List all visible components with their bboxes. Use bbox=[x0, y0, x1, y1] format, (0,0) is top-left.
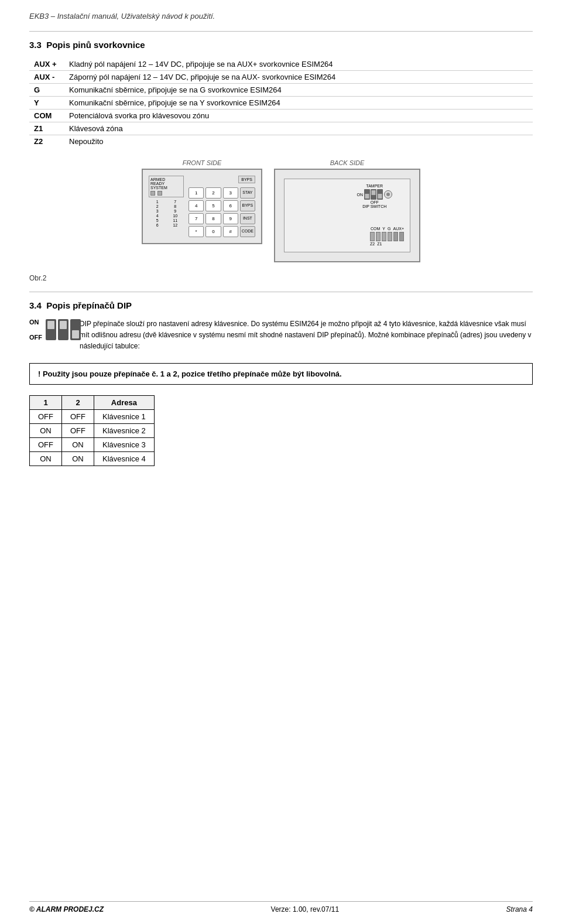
pin-desc: Komunikační sběrnice, připojuje se na Y … bbox=[64, 97, 533, 109]
back-panel: TAMPER ON bbox=[274, 169, 420, 262]
key-button[interactable]: 8 bbox=[205, 213, 221, 224]
number-cell: 3 bbox=[149, 209, 166, 213]
number-cell: 5 bbox=[149, 218, 166, 223]
pin-table-row: AUX +Kladný pól napájení 12 – 14V DC, př… bbox=[29, 58, 533, 71]
addr-cell: Klávesnice 3 bbox=[94, 437, 155, 451]
led-b bbox=[157, 191, 162, 196]
pin-table-row: YKomunikační sběrnice, připojuje se na Y… bbox=[29, 97, 533, 109]
key-button[interactable]: CODE bbox=[240, 226, 255, 237]
pin-desc: Kladný pól napájení 12 – 14V DC, připoju… bbox=[64, 58, 533, 71]
addr-cell: Klávesnice 4 bbox=[94, 451, 155, 466]
key-button[interactable]: * bbox=[189, 226, 204, 237]
dip-switches bbox=[46, 319, 81, 340]
pin-label: AUX - bbox=[29, 71, 64, 84]
notice-box: ! Použity jsou pouze přepínače č. 1 a 2,… bbox=[29, 363, 533, 385]
footer-center: Verze: 1.00, rev.07/11 bbox=[271, 905, 340, 913]
addr-cell: OFF bbox=[62, 423, 94, 437]
pin-label: Z1 bbox=[29, 122, 64, 135]
number-cell: 10 bbox=[167, 214, 184, 218]
dip-toggle-2 bbox=[60, 321, 67, 329]
num-grid: 123STAY456BYPS789INST*0#CODE bbox=[189, 187, 255, 237]
pin-table: AUX +Kladný pól napájení 12 – 14V DC, př… bbox=[29, 58, 533, 148]
key-button[interactable]: # bbox=[223, 226, 238, 237]
pin-z1 bbox=[399, 232, 404, 241]
connector-labels: COM Y G AUX+ bbox=[370, 227, 404, 231]
addr-cell: Klávesnice 1 bbox=[94, 409, 155, 423]
dip-switch-label: DIP SWITCH bbox=[357, 204, 392, 208]
addr-table-row: OFFONKlávesnice 3 bbox=[30, 437, 155, 451]
key-button[interactable]: STAY bbox=[240, 187, 255, 199]
number-cell: 6 bbox=[149, 223, 166, 227]
armed-area: ARMED READY SYSTEM bbox=[149, 176, 184, 197]
tamper-dot bbox=[384, 190, 392, 199]
dip-label-col: ON OFF bbox=[29, 319, 42, 341]
number-grid: 172839410511612 bbox=[149, 200, 184, 227]
dip-switch-2 bbox=[58, 319, 68, 340]
number-cell: 8 bbox=[167, 204, 184, 208]
off-label: OFF bbox=[29, 334, 42, 341]
back-label: BACK SIDE bbox=[274, 159, 420, 166]
obr-label: Obr.2 bbox=[29, 274, 533, 282]
key-button[interactable]: 0 bbox=[205, 226, 221, 237]
section-divider bbox=[29, 292, 533, 292]
on-label-back: ON bbox=[357, 193, 363, 197]
addr-col-header: Adresa bbox=[94, 395, 155, 409]
ready-label: READY bbox=[150, 182, 182, 186]
system-label: SYSTEM bbox=[150, 186, 182, 190]
key-button[interactable]: 5 bbox=[205, 200, 221, 211]
on-label: ON bbox=[29, 319, 42, 326]
off-label-back: OFF bbox=[357, 200, 392, 204]
pin-desc: Komunikační sběrnice, připojuje se na G … bbox=[64, 84, 533, 97]
number-cell: 2 bbox=[149, 204, 166, 208]
keypad-right-panel: BYPS 123STAY456BYPS789INST*0#CODE bbox=[189, 176, 255, 237]
dip-toggle-3 bbox=[72, 330, 79, 338]
tamper-area: TAMPER ON bbox=[357, 184, 392, 208]
pin-label: AUX + bbox=[29, 58, 64, 71]
keypad-inner: ARMED READY SYSTEM 172839410511612 BYPS bbox=[149, 176, 255, 237]
pin-label: Z2 bbox=[29, 135, 64, 148]
addr-cell: ON bbox=[62, 437, 94, 451]
dip-switch-1 bbox=[46, 319, 56, 340]
footer: © ALARM PRODEJ.CZ Verze: 1.00, rev.07/11… bbox=[29, 901, 533, 913]
pin-table-row: COMPotenciálová svorka pro klávesovou zó… bbox=[29, 109, 533, 122]
keypad-outer: ARMED READY SYSTEM 172839410511612 BYPS bbox=[142, 169, 262, 244]
key-button[interactable]: 4 bbox=[189, 200, 204, 211]
footer-left: © ALARM PRODEJ.CZ bbox=[29, 905, 104, 913]
notice-text: ! Použity jsou pouze přepínače č. 1 a 2,… bbox=[38, 369, 342, 378]
key-button[interactable]: 7 bbox=[189, 213, 204, 224]
section33-heading: Popis pinů svorkovnice bbox=[46, 40, 145, 50]
header-divider bbox=[29, 31, 533, 32]
section34-title: 3.4 Popis přepínačů DIP bbox=[29, 300, 533, 310]
back-inner-rect: TAMPER ON bbox=[284, 179, 410, 252]
footer-right: Strana 4 bbox=[506, 905, 533, 913]
number-cell: 1 bbox=[149, 200, 166, 204]
dip-sw-back bbox=[364, 189, 383, 200]
addr-cell: OFF bbox=[62, 409, 94, 423]
number-cell: 9 bbox=[167, 209, 184, 213]
front-side-diagram: FRONT SIDE ARMED READY SYSTEM 1728394105… bbox=[142, 159, 262, 262]
front-label: FRONT SIDE bbox=[142, 159, 262, 166]
keypad-left-panel: ARMED READY SYSTEM 172839410511612 bbox=[149, 176, 184, 237]
number-cell: 12 bbox=[167, 223, 184, 227]
section34: 3.4 Popis přepínačů DIP ON OFF bbox=[29, 300, 533, 466]
section34-number: 3.4 bbox=[29, 300, 42, 310]
key-button[interactable]: 9 bbox=[223, 213, 238, 224]
pin-label: G bbox=[29, 84, 64, 97]
addr-cell: Klávesnice 2 bbox=[94, 423, 155, 437]
key-button[interactable]: 2 bbox=[205, 187, 221, 199]
pin-label: Y bbox=[29, 97, 64, 109]
key-button[interactable]: INST bbox=[240, 213, 255, 224]
pin-com bbox=[370, 232, 375, 241]
addr-cell: ON bbox=[30, 423, 62, 437]
key-button[interactable]: 1 bbox=[189, 187, 204, 199]
key-button[interactable]: 6 bbox=[223, 200, 238, 211]
pin-label: COM bbox=[29, 109, 64, 122]
addr-table-row: ONONKlávesnice 4 bbox=[30, 451, 155, 466]
addr-cell: OFF bbox=[30, 437, 62, 451]
pin-table-row: GKomunikační sběrnice, připojuje se na G… bbox=[29, 84, 533, 97]
key-button[interactable]: 3 bbox=[223, 187, 238, 199]
diagram-container: FRONT SIDE ARMED READY SYSTEM 1728394105… bbox=[29, 159, 533, 262]
pin-desc: Potenciálová svorka pro klávesovou zónu bbox=[64, 109, 533, 122]
dip-switch-3 bbox=[70, 319, 81, 340]
key-button[interactable]: BYPS bbox=[240, 200, 255, 211]
